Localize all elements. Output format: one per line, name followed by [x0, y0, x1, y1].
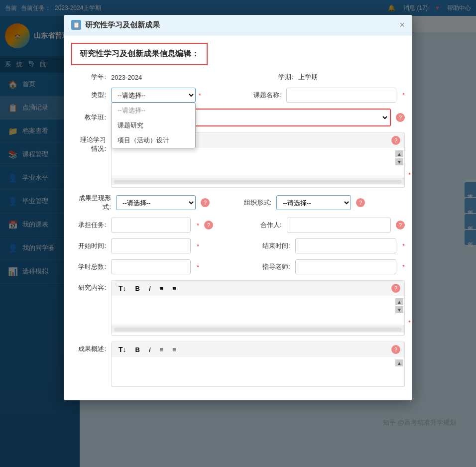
form-row-type: 类型: --请选择-- 课题研究 项目（活动）设计 * --请选择-- 课题研究… [71, 88, 405, 103]
theory-required: * [408, 171, 411, 179]
teacher-required: * [402, 263, 405, 271]
summary-editor-area: ▲ [111, 357, 405, 387]
collaborator-help[interactable]: ? [396, 221, 405, 230]
task-input[interactable] [111, 218, 191, 233]
xueqi-value: 上学期 [298, 73, 405, 82]
modal-title-text: 研究性学习及创新成果 [85, 20, 160, 30]
research-editor-area: ▲ ▼ [111, 296, 405, 336]
theory-scroll-x [112, 178, 404, 185]
research-toolbar-list2[interactable]: ≡ [169, 283, 179, 294]
theory-editor-area: ▲ ▼ [111, 148, 405, 188]
research-toolbar-list1[interactable]: ≡ [157, 283, 167, 294]
dropdown-option-1[interactable]: 课题研究 [112, 118, 195, 133]
type-dropdown-popup: --请选择-- 课题研究 项目（活动）设计 [111, 103, 196, 148]
research-editor-toolbar: T↓ B I ≡ ≡ ? [111, 280, 405, 296]
xueqi-label: 学期: [258, 73, 293, 82]
summary-editor-toolbar: T↓ B I ≡ ≡ ? [111, 342, 405, 357]
theory-label: 理论学习 情况: [71, 132, 106, 153]
class-label: 教学班: [71, 113, 106, 122]
research-required: * [408, 319, 411, 327]
form-row-task: 承担任务: * ? 合作人: ? [71, 218, 405, 233]
research-editor-wrap: T↓ B I ≡ ≡ ? ▲ ▼ [111, 280, 405, 336]
modal-overlay: 📋 研究性学习及创新成果 × 研究性学习及创新成果信息编辑： 学年: 2023-… [0, 0, 476, 467]
form-section-title: 研究性学习及创新成果信息编辑： [71, 43, 208, 65]
end-time-required: * [402, 242, 405, 250]
summary-editor-inner[interactable] [112, 357, 404, 382]
result-form-label: 成果呈现形 式: [71, 194, 111, 212]
research-toolbar-b[interactable]: B [132, 283, 143, 294]
result-form-help[interactable]: ? [201, 198, 210, 207]
xuenian-label: 学年: [71, 73, 106, 82]
org-form-label: 组织形式: [237, 198, 271, 207]
summary-toolbar-list2[interactable]: ≡ [169, 345, 179, 355]
result-summary-label: 成果概述: [71, 342, 106, 353]
theory-help-icon[interactable]: ? [391, 136, 400, 145]
research-toolbar-i[interactable]: I [146, 283, 154, 294]
modal-body: 研究性学习及创新成果信息编辑： 学年: 2023-2024 学期: 上学期 类型… [64, 35, 412, 400]
theory-editor-inner[interactable] [112, 148, 404, 178]
summary-toolbar-list1[interactable]: ≡ [157, 345, 167, 355]
summary-help-icon[interactable]: ? [391, 345, 400, 354]
summary-toolbar-b[interactable]: B [132, 345, 143, 355]
form-row-time: 开始时间: * 结束时间: * [71, 238, 405, 253]
class-help-icon[interactable]: ? [396, 113, 405, 122]
xuenian-value: 2023-2024 [111, 74, 142, 81]
task-label: 承担任务: [71, 221, 106, 230]
course-name-required: * [402, 92, 405, 99]
task-help[interactable]: ? [204, 221, 213, 230]
type-select-wrap: --请选择-- 课题研究 项目（活动）设计 * --请选择-- 课题研究 项目（… [111, 88, 201, 103]
form-row-summary: 成果概述: T↓ B I ≡ ≡ ? ▲ [71, 342, 405, 387]
total-hours-required: * [197, 263, 199, 271]
teacher-input[interactable] [295, 259, 396, 274]
dropdown-option-placeholder[interactable]: --请选择-- [112, 103, 195, 118]
form-row-hours: 学时总数: * 指导老师: * [71, 259, 405, 274]
research-scroll-x [112, 326, 404, 333]
research-scroll-track[interactable] [114, 328, 402, 332]
start-time-input[interactable] [111, 238, 191, 253]
type-select[interactable]: --请选择-- 课题研究 项目（活动）设计 [111, 88, 196, 103]
modal-title: 📋 研究性学习及创新成果 [71, 20, 160, 30]
research-help-icon[interactable]: ? [391, 284, 400, 293]
org-form-help[interactable]: ? [356, 198, 365, 207]
total-hours-input[interactable] [111, 259, 191, 274]
summary-toolbar-t[interactable]: T↓ [116, 344, 129, 355]
modal-dialog: 📋 研究性学习及创新成果 × 研究性学习及创新成果信息编辑： 学年: 2023-… [64, 15, 412, 400]
type-label: 类型: [71, 91, 106, 100]
modal-title-icon: 📋 [71, 20, 81, 30]
modal-header: 📋 研究性学习及创新成果 × [64, 15, 412, 35]
form-row-result-form: 成果呈现形 式: --请选择-- ? 组织形式: --请选择-- ? [71, 194, 405, 212]
end-time-label: 结束时间: [255, 241, 290, 250]
research-editor-inner[interactable] [112, 296, 404, 326]
summary-toolbar-i[interactable]: I [146, 345, 154, 355]
task-required: * [197, 222, 199, 229]
modal-close-button[interactable]: × [399, 20, 405, 29]
form-row-xuenian: 学年: 2023-2024 学期: 上学期 [71, 73, 405, 82]
start-time-required: * [197, 242, 199, 250]
teacher-label: 指导老师: [255, 262, 290, 271]
dropdown-option-2[interactable]: 项目（活动）设计 [112, 133, 195, 148]
research-toolbar-t[interactable]: T↓ [116, 283, 129, 294]
collaborator-input[interactable] [287, 218, 391, 233]
org-form-select[interactable]: --请选择-- [276, 195, 351, 210]
end-time-input[interactable] [295, 238, 396, 253]
result-form-select[interactable]: --请选择-- [116, 195, 196, 210]
course-name-input[interactable] [286, 88, 396, 103]
total-hours-label: 学时总数: [71, 262, 106, 271]
start-time-label: 开始时间: [71, 241, 106, 250]
research-content-label: 研究内容: [71, 280, 106, 292]
summary-editor-wrap: T↓ B I ≡ ≡ ? ▲ [111, 342, 405, 387]
form-row-research: 研究内容: T↓ B I ≡ ≡ ? ▲ ▼ [71, 280, 405, 336]
theory-scroll-track[interactable] [114, 180, 402, 184]
type-required: * [199, 92, 201, 99]
collaborator-label: 合作人: [252, 221, 282, 230]
course-name-label: 课题名称: [241, 91, 281, 100]
